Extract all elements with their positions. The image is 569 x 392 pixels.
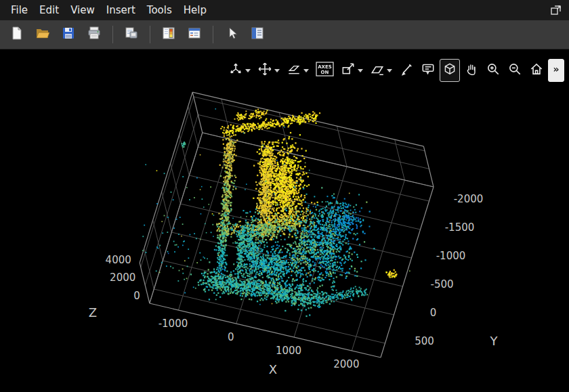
clip-plane-icon: [341, 62, 356, 79]
undock-window-icon[interactable]: [550, 4, 562, 16]
clip-plane-button[interactable]: [338, 59, 366, 82]
hand-icon: [464, 62, 479, 79]
property-inspector-icon: [250, 26, 265, 43]
new-document-icon: [9, 26, 24, 43]
axes-toolbar: AXESON»: [226, 59, 564, 82]
open-file-button[interactable]: [31, 24, 54, 45]
zoom-out-button[interactable]: [505, 59, 525, 82]
chevron-down-icon: [303, 69, 309, 72]
zoom-in-button[interactable]: [483, 59, 503, 82]
toolbar-separator: [112, 26, 113, 43]
snap-plane-icon: [287, 62, 301, 79]
print-preview-button[interactable]: [120, 24, 143, 45]
svg-text:AXES: AXES: [318, 64, 332, 70]
printer-icon: [87, 26, 102, 43]
background-button[interactable]: [367, 59, 395, 82]
figure-window: -1000010002000-2000-1500-1000-5000500020…: [0, 0, 569, 392]
print-preview-icon: [124, 26, 139, 43]
save-icon: [61, 26, 76, 43]
svg-text:»: »: [553, 64, 559, 74]
background-plane-icon: [370, 62, 385, 79]
menu-item-file[interactable]: File: [5, 1, 33, 19]
legend-icon: [187, 26, 202, 43]
pan-button[interactable]: [461, 59, 482, 82]
chevron-down-icon: [245, 69, 251, 72]
snap-to-plane-button[interactable]: [284, 59, 312, 82]
menubar: FileEditViewInsertToolsHelp: [0, 0, 569, 20]
brush-icon: [399, 62, 414, 79]
property-inspector-button[interactable]: [246, 24, 269, 45]
chevron-down-icon: [358, 69, 363, 72]
toolbar-separator: [213, 26, 213, 43]
pan-camera-button[interactable]: [255, 59, 282, 82]
more-options-button[interactable]: »: [548, 59, 564, 82]
rotate-3d-icon: [228, 62, 243, 79]
colorbar-icon: [161, 26, 176, 43]
svg-text:ON: ON: [321, 70, 329, 75]
new-figure-button[interactable]: [5, 24, 28, 45]
zoom-out-icon: [507, 62, 522, 79]
view-cube-icon: [442, 62, 457, 79]
toolbar-separator: [150, 26, 150, 43]
axes-on-icon: AXESON: [316, 62, 334, 79]
menu-item-insert[interactable]: Insert: [101, 1, 141, 19]
view-cube-button[interactable]: [440, 59, 460, 82]
cursor-arrow-icon: [224, 26, 239, 43]
menu-item-help[interactable]: Help: [178, 1, 212, 19]
chevron-down-icon: [274, 69, 280, 72]
menu-item-edit[interactable]: Edit: [34, 1, 64, 19]
axes-toggle-button[interactable]: AXESON: [313, 59, 337, 82]
print-button[interactable]: [83, 24, 106, 45]
insert-legend-button[interactable]: [183, 24, 206, 45]
datatip-button[interactable]: [418, 59, 438, 82]
open-folder-icon: [35, 26, 50, 43]
menu-item-tools[interactable]: Tools: [142, 1, 177, 19]
zoom-in-icon: [486, 62, 501, 79]
home-icon: [529, 62, 544, 79]
save-figure-button[interactable]: [57, 24, 80, 45]
chevrons-icon: »: [551, 62, 562, 79]
brush-button[interactable]: [396, 59, 417, 82]
figure-toolbar: [0, 20, 569, 49]
restore-view-button[interactable]: [526, 59, 547, 82]
menu-item-view[interactable]: View: [65, 1, 100, 19]
dolly-camera-icon: [257, 62, 272, 79]
rotate-3d-button[interactable]: [226, 59, 253, 82]
edit-plot-button[interactable]: [220, 24, 243, 45]
insert-colorbar-button[interactable]: [157, 24, 180, 45]
chevron-down-icon: [387, 69, 392, 72]
datatip-icon: [421, 62, 436, 79]
